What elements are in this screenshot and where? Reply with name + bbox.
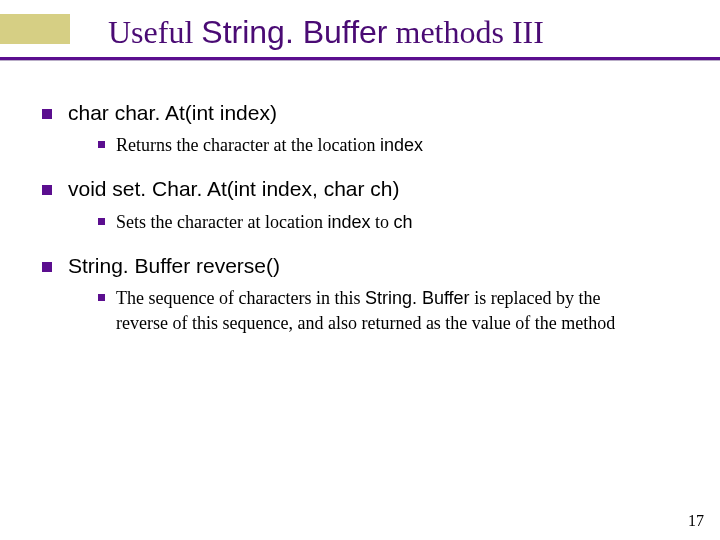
title-code: String. Buffer: [201, 14, 387, 50]
desc-text-mid: to: [370, 212, 393, 232]
method-signature: void set. Char. At(int index, char ch): [68, 177, 400, 200]
desc-code: String. Buffer: [365, 288, 470, 308]
desc-text: The sequence of characters in this: [116, 288, 365, 308]
bullet-method-3: String. Buffer reverse(): [42, 252, 678, 280]
slide-title-region: Useful String. Buffer methods III: [0, 0, 720, 61]
bullet-method-1: char char. At(int index): [42, 99, 678, 127]
title-rules: [0, 57, 720, 61]
bullet-method-2: void set. Char. At(int index, char ch): [42, 175, 678, 203]
title-text-left: Useful: [108, 14, 201, 50]
accent-block: [0, 14, 70, 44]
method-signature: char char. At(int index): [68, 101, 277, 124]
desc-code: index: [380, 135, 423, 155]
bullet-desc-1: Returns the character at the location in…: [98, 133, 656, 157]
title-text-right: methods III: [387, 14, 543, 50]
slide-title: Useful String. Buffer methods III: [108, 14, 720, 51]
desc-text: Returns the character at the location: [116, 135, 380, 155]
method-signature: String. Buffer reverse(): [68, 254, 280, 277]
page-number: 17: [688, 512, 704, 530]
rule-grey: [0, 60, 720, 61]
bullet-desc-3: The sequence of characters in this Strin…: [98, 286, 656, 335]
slide-content: char char. At(int index) Returns the cha…: [0, 61, 720, 335]
desc-text: Sets the character at location: [116, 212, 327, 232]
desc-code: index: [327, 212, 370, 232]
desc-code-2: ch: [393, 212, 412, 232]
bullet-desc-2: Sets the character at location index to …: [98, 210, 656, 234]
